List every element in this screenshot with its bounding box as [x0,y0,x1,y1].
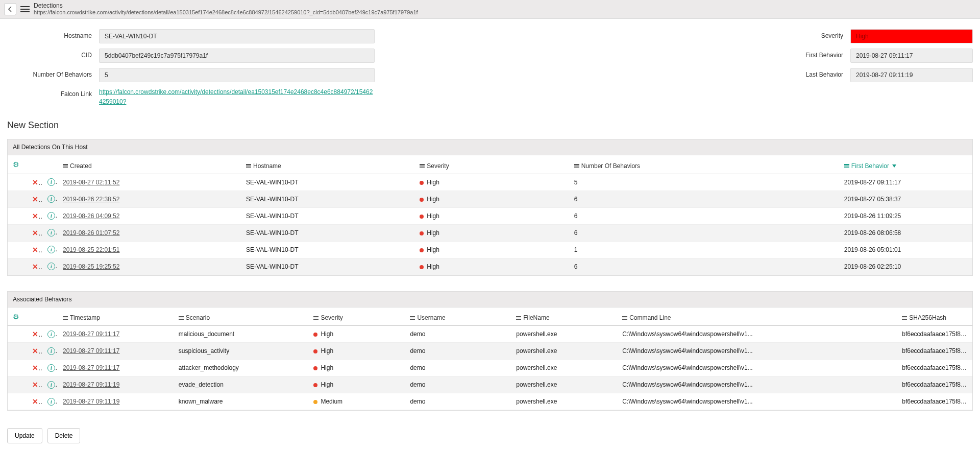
table-row[interactable]: ✕2019-08-27 09:11:19evade_detectionHighd… [8,376,972,393]
info-icon[interactable] [47,330,55,338]
last-behavior-field[interactable]: 2019-08-27 09:11:19 [850,68,973,82]
col-header-severity[interactable]: Severity [414,155,569,174]
created-link[interactable]: 2019-08-25 19:25:52 [63,263,119,270]
first-behavior-field[interactable]: 2019-08-27 09:11:17 [850,49,973,63]
delete-row-icon[interactable]: ✕ [32,246,42,254]
delete-row-icon[interactable]: ✕ [32,330,42,338]
detections-table: ⚙ Created Hostname Severity Number Of Be… [8,155,972,275]
info-icon[interactable] [47,195,55,203]
table-row[interactable]: ✕2019-08-27 09:11:17malicious_documentHi… [8,326,972,343]
num-behaviors-cell: 1 [569,241,839,258]
summary-right: Severity High First Behavior 2019-08-27 … [779,29,973,112]
timestamp-link[interactable]: 2019-08-27 09:11:19 [63,398,119,405]
severity-cell: High [308,376,405,393]
delete-row-icon[interactable]: ✕ [32,364,42,372]
gear-icon[interactable]: ⚙ [13,313,19,321]
hostname-cell: SE-VAL-WIN10-DT [241,207,414,224]
created-link[interactable]: 2019-08-27 02:11:52 [63,179,119,186]
hostname-cell: SE-VAL-WIN10-DT [241,224,414,241]
detections-table-title: All Detections On This Host [8,139,972,155]
created-link[interactable]: 2019-08-26 01:07:52 [63,229,119,236]
hostname-field[interactable]: SE-VAL-WIN10-DT [99,29,375,43]
col-header-hostname[interactable]: Hostname [241,155,414,174]
info-icon[interactable] [47,364,55,372]
table-row[interactable]: ✕2019-08-27 09:11:19known_malwareMediumd… [8,393,972,410]
severity-dot-icon [313,400,317,404]
delete-row-icon[interactable]: ✕ [32,195,42,203]
col-header-scenario[interactable]: Scenario [174,308,309,326]
col-header-created[interactable]: Created [58,155,241,174]
filename-cell: powershell.exe [511,326,617,343]
table-row[interactable]: ✕2019-08-26 22:38:52SE-VAL-WIN10-DTHigh6… [8,191,972,207]
col-header-cmdline[interactable]: Command Line [617,308,897,326]
falcon-link-label: Falcon Link [7,87,99,98]
table-row[interactable]: ✕2019-08-27 02:11:52SE-VAL-WIN10-DTHigh5… [8,174,972,191]
table-row[interactable]: ✕2019-08-26 04:09:52SE-VAL-WIN10-DTHigh6… [8,207,972,224]
delete-row-icon[interactable]: ✕ [32,381,42,389]
col-header-num-behaviors[interactable]: Number Of Behaviors [569,155,839,174]
severity-cell: High [308,343,405,360]
falcon-link[interactable]: https://falcon.crowdstrike.com/activity/… [99,88,373,105]
first-behavior-cell: 2019-08-27 05:38:37 [839,191,972,207]
back-button[interactable] [4,3,16,15]
delete-row-icon[interactable]: ✕ [32,212,42,220]
last-behavior-label: Last Behavior [779,68,850,78]
severity-dot-icon [420,265,424,269]
timestamp-link[interactable]: 2019-08-27 09:11:17 [63,347,119,354]
gear-icon[interactable]: ⚙ [13,160,19,169]
col-header-timestamp[interactable]: Timestamp [58,308,174,326]
info-icon[interactable] [47,246,55,253]
info-icon[interactable] [47,381,55,389]
delete-button[interactable]: Delete [47,428,81,443]
num-behaviors-field[interactable]: 5 [99,68,375,82]
timestamp-link[interactable]: 2019-08-27 09:11:17 [63,364,119,371]
scenario-cell: known_malware [174,393,309,410]
section-heading: New Section [0,117,980,139]
username-cell: demo [405,360,511,376]
filename-cell: powershell.exe [511,393,617,410]
timestamp-link[interactable]: 2019-08-27 09:11:19 [63,381,119,388]
table-row[interactable]: ✕2019-08-27 09:11:17attacker_methodology… [8,360,972,376]
num-behaviors-label: Number Of Behaviors [7,68,99,78]
hostname-cell: SE-VAL-WIN10-DT [241,241,414,258]
delete-row-icon[interactable]: ✕ [32,263,42,271]
info-icon[interactable] [47,398,55,406]
col-label: Command Line [629,314,671,321]
col-header-severity[interactable]: Severity [308,308,405,326]
first-behavior-cell: 2019-08-26 08:06:58 [839,224,972,241]
severity-field[interactable]: High [850,29,973,43]
table-row[interactable]: ✕2019-08-27 09:11:17suspicious_activityH… [8,343,972,360]
num-behaviors-cell: 6 [569,258,839,275]
created-link[interactable]: 2019-08-25 22:01:51 [63,246,119,253]
timestamp-link[interactable]: 2019-08-27 09:11:17 [63,330,119,338]
info-icon[interactable] [47,263,55,270]
first-behavior-cell: 2019-08-26 05:01:01 [839,241,972,258]
created-link[interactable]: 2019-08-26 22:38:52 [63,196,119,203]
table-row[interactable]: ✕2019-08-26 01:07:52SE-VAL-WIN10-DTHigh6… [8,224,972,241]
delete-row-icon[interactable]: ✕ [32,229,42,237]
page-title: Detections [34,2,418,9]
username-cell: demo [405,393,511,410]
info-icon[interactable] [47,347,55,355]
delete-row-icon[interactable]: ✕ [32,178,42,186]
col-header-filename[interactable]: FileName [511,308,617,326]
col-label: Created [70,162,92,170]
table-row[interactable]: ✕2019-08-25 19:25:52SE-VAL-WIN10-DTHigh6… [8,258,972,275]
col-label: Username [417,314,445,321]
info-icon[interactable] [47,229,55,236]
col-header-sha256[interactable]: SHA256Hash [897,308,972,326]
severity-cell: High [308,326,405,343]
info-icon[interactable] [47,178,55,186]
created-link[interactable]: 2019-08-26 04:09:52 [63,212,119,220]
delete-row-icon[interactable]: ✕ [32,347,42,355]
col-label: Timestamp [70,314,100,321]
table-row[interactable]: ✕2019-08-25 22:01:51SE-VAL-WIN10-DTHigh1… [8,241,972,258]
hamburger-menu[interactable] [20,6,30,12]
sha256-cell: bf6eccdaafaace175f812183c11b [897,360,972,376]
col-header-first-behavior[interactable]: First Behavior [839,155,972,174]
delete-row-icon[interactable]: ✕ [32,397,42,406]
col-header-username[interactable]: Username [405,308,511,326]
info-icon[interactable] [47,212,55,220]
update-button[interactable]: Update [7,428,42,443]
cid-field[interactable]: 5ddb0407bef249c19c7a975f17979a1f [99,49,375,63]
